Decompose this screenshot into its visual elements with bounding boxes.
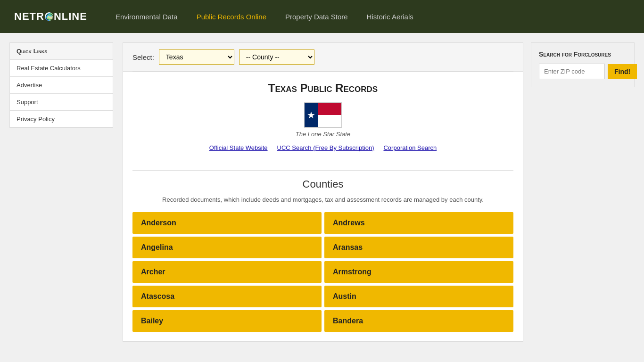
county-archer[interactable]: Archer [132, 261, 322, 283]
flag-white-stripe [318, 115, 341, 127]
find-button[interactable]: Find! [608, 64, 637, 79]
page-content: Texas Public Records ★ The Lone Star Sta… [123, 72, 523, 170]
nav-public-records[interactable]: Public Records Online [197, 13, 266, 21]
main-nav: Environmental Data Public Records Online… [116, 13, 413, 21]
county-austin[interactable]: Austin [324, 286, 513, 307]
nav-historic-aerials[interactable]: Historic Aerials [367, 13, 413, 21]
links-row: Official State Website UCC Search (Free … [137, 144, 509, 151]
county-anderson[interactable]: Anderson [132, 212, 322, 234]
ucc-search-link[interactable]: UCC Search (Free By Subscription) [277, 144, 374, 151]
select-bar: Select: Texas -- County -- [123, 43, 523, 72]
counties-section: Counties Recorded documents, which inclu… [123, 171, 523, 332]
zip-input[interactable] [539, 64, 605, 79]
sidebar-title: Quick Links [9, 42, 113, 60]
official-state-website-link[interactable]: Official State Website [209, 144, 268, 151]
county-angelina[interactable]: Angelina [132, 237, 322, 258]
county-armstrong[interactable]: Armstrong [324, 261, 513, 283]
sidebar: Quick Links Real Estate Calculators Adve… [9, 42, 113, 342]
flag-caption: The Lone Star State [296, 131, 350, 138]
nav-environmental-data[interactable]: Environmental Data [116, 13, 178, 21]
county-aransas[interactable]: Aransas [324, 237, 513, 258]
sidebar-item-support[interactable]: Support [9, 94, 113, 111]
zip-row: Find! [539, 64, 627, 79]
county-select[interactable]: -- County -- [239, 49, 314, 65]
flag-red-stripe [318, 103, 341, 115]
county-bailey[interactable]: Bailey [132, 310, 322, 332]
counties-title: Counties [132, 178, 513, 190]
county-bandera[interactable]: Bandera [324, 310, 513, 332]
header: NETR🌍NLINE Environmental Data Public Rec… [0, 0, 644, 33]
state-select[interactable]: Texas [159, 49, 234, 65]
page-title: Texas Public Records [137, 82, 509, 95]
logo[interactable]: NETR🌍NLINE [14, 10, 87, 23]
sidebar-item-real-estate[interactable]: Real Estate Calculators [9, 60, 113, 77]
counties-description: Recorded documents, which include deeds … [132, 195, 513, 205]
foreclosure-title: Search for Forclosures [539, 50, 627, 58]
county-atascosa[interactable]: Atascosa [132, 286, 322, 307]
nav-property-data-store[interactable]: Property Data Store [285, 13, 348, 21]
select-label: Select: [132, 53, 154, 61]
foreclosure-box: Search for Forclosures Find! [531, 42, 635, 87]
flag-blue-stripe: ★ [305, 103, 318, 127]
texas-flag: ★ [304, 102, 342, 128]
globe-icon: 🌍 [45, 12, 53, 21]
content-area: Select: Texas -- County -- Texas Public … [123, 42, 523, 342]
counties-grid: Anderson Andrews Angelina Aransas Archer… [132, 212, 513, 332]
corporation-search-link[interactable]: Corporation Search [383, 144, 437, 151]
sidebar-item-advertise[interactable]: Advertise [9, 77, 113, 94]
flag-container: ★ The Lone Star State [137, 102, 509, 138]
right-panel: Search for Forclosures Find! [531, 42, 635, 342]
sidebar-item-privacy[interactable]: Privacy Policy [9, 111, 113, 128]
county-andrews[interactable]: Andrews [324, 212, 513, 234]
flag-stripes [318, 103, 341, 127]
main-wrapper: Quick Links Real Estate Calculators Adve… [0, 33, 644, 342]
